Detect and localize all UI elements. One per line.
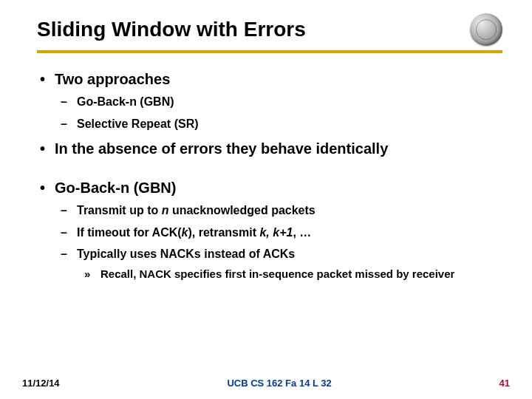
k-seq: k, k+1 xyxy=(259,226,293,239)
bullet-two-approaches: Two approaches Go-Back-n (GBN) Selective… xyxy=(37,71,495,132)
subbullet-transmit: Transmit up to n unacknowledged packets xyxy=(55,202,495,219)
slide-title: Sliding Window with Errors xyxy=(37,18,306,41)
subbullet-timeout: If timeout for ACK(k), retransmit k, k+1… xyxy=(55,225,495,241)
footer-course: UCB CS 162 Fa 14 L 32 xyxy=(227,378,331,389)
footer-page-number: 41 xyxy=(499,378,510,389)
slide-content: Two approaches Go-Back-n (GBN) Selective… xyxy=(0,53,532,282)
t: unacknowledged packets xyxy=(168,204,315,216)
t: ), retransmit xyxy=(188,226,260,239)
university-seal-icon xyxy=(470,13,502,46)
k-var: k xyxy=(182,226,188,239)
subbullet-gbn: Go-Back-n (GBN) xyxy=(55,94,495,110)
bullet-text: Go-Back-n (GBN) xyxy=(55,180,176,196)
footer-date: 11/12/14 xyxy=(22,378,60,389)
bullet-text: Typically uses NACKs instead of ACKs xyxy=(77,248,295,260)
t: Transmit up to xyxy=(77,204,162,216)
subbullet-sr: Selective Repeat (SR) xyxy=(55,116,495,132)
footer: 11/12/14 UCB CS 162 Fa 14 L 32 41 xyxy=(0,378,532,389)
subsubbullet-recall: Recall, NACK specifies first in-sequence… xyxy=(77,267,495,282)
bullet-text: Two approaches xyxy=(55,71,170,87)
n-var: n xyxy=(162,204,169,216)
t: If timeout for ACK( xyxy=(77,226,182,239)
slide: Sliding Window with Errors Two approache… xyxy=(0,0,532,399)
t: , … xyxy=(293,226,311,239)
title-row: Sliding Window with Errors xyxy=(0,0,532,46)
subbullet-nacks: Typically uses NACKs instead of ACKs Rec… xyxy=(55,246,495,282)
bullet-identical: In the absence of errors they behave ide… xyxy=(37,140,495,157)
bullet-gbn: Go-Back-n (GBN) Transmit up to n unackno… xyxy=(37,180,495,282)
